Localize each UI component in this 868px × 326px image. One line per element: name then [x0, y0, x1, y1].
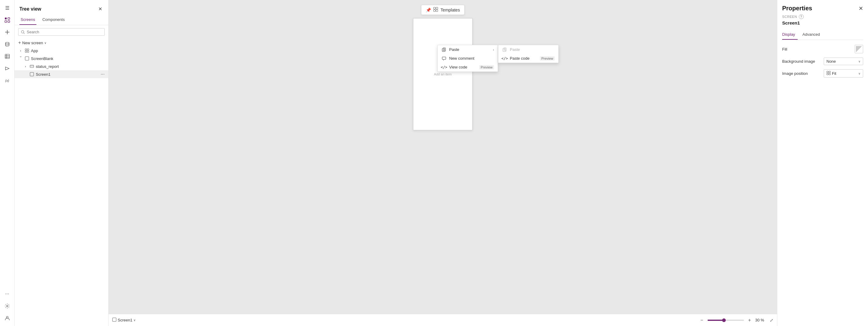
pin-icon: 📌	[426, 7, 431, 12]
main-canvas[interactable]: 📌 Templates Add an item Paste › New comm…	[108, 0, 777, 326]
svg-rect-23	[30, 72, 34, 76]
search-icon	[21, 30, 25, 34]
svg-rect-7	[5, 54, 9, 59]
search-input[interactable]	[27, 30, 102, 34]
paste-sub-item[interactable]: Paste	[498, 45, 558, 54]
status-report-icon	[29, 64, 35, 69]
view-code-menu-item[interactable]: </> View code Preview	[438, 63, 498, 71]
search-box[interactable]	[18, 28, 105, 36]
svg-rect-40	[827, 73, 828, 75]
tree-item-screen1[interactable]: Screen1 ···	[14, 70, 108, 78]
svg-rect-38	[827, 71, 828, 73]
screen-preview[interactable]: Add an item	[413, 18, 472, 130]
svg-marker-11	[5, 67, 9, 70]
zoom-plus-button[interactable]: +	[746, 317, 753, 324]
more-options-icon[interactable]: ···	[2, 288, 13, 299]
plus-icon: +	[18, 40, 21, 45]
tree-item-screenblank[interactable]: › ScreenBlank	[14, 55, 108, 62]
chevron-right-icon-2: ›	[23, 65, 28, 68]
settings-icon[interactable]	[2, 300, 13, 312]
context-menu: Paste › New comment </> View code Previe…	[437, 45, 498, 72]
svg-point-6	[5, 42, 9, 44]
svg-rect-1	[5, 21, 7, 23]
table-icon[interactable]	[2, 51, 13, 62]
templates-icon	[433, 7, 438, 13]
bottom-screen-selector[interactable]: Screen1 ∨	[112, 318, 135, 323]
zoom-controls: − + 30 % ⤢	[699, 317, 773, 324]
props-tab-advanced[interactable]: Advanced	[803, 30, 823, 40]
chevron-down-icon: ∨	[44, 41, 46, 44]
paste-code-icon: </>	[502, 56, 507, 61]
new-comment-menu-item[interactable]: New comment	[438, 54, 498, 63]
properties-title: Properties	[782, 5, 812, 12]
paste-icon	[441, 47, 447, 52]
svg-rect-21	[30, 65, 34, 68]
expand-button[interactable]: ⤢	[770, 318, 773, 323]
account-icon[interactable]	[2, 313, 13, 324]
paste-code-item[interactable]: </> Paste code Preview	[498, 54, 558, 63]
paste-arrow-icon: ›	[493, 48, 494, 52]
svg-point-13	[6, 316, 8, 318]
preview-badge: Preview	[479, 65, 494, 69]
background-image-select[interactable]: None ∨	[824, 58, 863, 65]
new-comment-label: New comment	[449, 56, 494, 61]
add-item-hint: Add an item	[434, 72, 452, 76]
variables-icon[interactable]: (x)	[2, 75, 13, 86]
paste-submenu: Paste </> Paste code Preview	[498, 45, 559, 63]
menu-icon[interactable]: ☰	[2, 2, 13, 13]
tree-body: › App › ScreenBlank › status_report	[14, 47, 108, 326]
tree-close-button[interactable]: ✕	[97, 5, 103, 13]
properties-header: Properties ✕	[782, 5, 863, 12]
properties-close-button[interactable]: ✕	[859, 5, 863, 12]
tree-title: Tree view	[20, 6, 41, 12]
background-image-value: None	[827, 59, 836, 64]
screen-label-text: SCREEN	[782, 15, 797, 19]
more-options-button[interactable]: ···	[101, 71, 105, 77]
image-position-label: Image position	[782, 71, 824, 76]
paste-sub-icon	[502, 47, 507, 52]
zoom-thumb	[722, 319, 726, 322]
image-position-value: Fit	[832, 71, 836, 76]
zoom-slider[interactable]	[708, 320, 744, 321]
templates-toolbar[interactable]: 📌 Templates	[421, 5, 465, 15]
paste-code-label: Paste code	[510, 56, 537, 61]
bottom-chevron-icon: ∨	[133, 319, 135, 322]
fill-color-swatch[interactable]	[855, 45, 863, 53]
connections-icon[interactable]	[2, 63, 13, 74]
database-icon[interactable]	[2, 39, 13, 50]
screen-type-label: SCREEN ?	[782, 14, 863, 19]
svg-point-12	[6, 305, 8, 307]
paste-label: Paste	[449, 47, 490, 52]
image-position-property-row: Image position Fit ∨	[782, 69, 863, 77]
fill-value	[855, 45, 863, 53]
svg-rect-29	[442, 48, 445, 52]
add-icon[interactable]	[2, 27, 13, 38]
properties-panel: Properties ✕ SCREEN ? Screen1 Display Ad…	[777, 0, 868, 326]
screen1-icon	[29, 71, 35, 77]
new-screen-label: New screen	[22, 41, 43, 45]
zoom-percent: 30 %	[755, 318, 767, 322]
background-image-property-row: Background image None ∨	[782, 58, 863, 65]
screenblank-label: ScreenBlank	[31, 56, 105, 61]
tree-view-icon[interactable]	[2, 14, 13, 26]
tab-components[interactable]: Components	[41, 15, 66, 25]
svg-rect-16	[25, 49, 27, 50]
svg-rect-18	[25, 51, 27, 53]
tab-screens[interactable]: Screens	[20, 15, 36, 25]
zoom-minus-button[interactable]: −	[699, 317, 705, 324]
image-position-select[interactable]: Fit ∨	[824, 69, 863, 77]
tree-item-app[interactable]: › App	[14, 47, 108, 55]
paste-code-preview-badge: Preview	[540, 56, 555, 61]
props-tab-display[interactable]: Display	[782, 30, 798, 40]
tree-item-status-report[interactable]: › status_report	[14, 62, 108, 70]
paste-sub-label: Paste	[510, 47, 555, 52]
new-screen-button[interactable]: + New screen ∨	[14, 39, 108, 47]
svg-point-14	[21, 30, 24, 33]
app-label: App	[31, 48, 105, 53]
paste-menu-item[interactable]: Paste ›	[438, 45, 498, 54]
code-icon: </>	[441, 65, 447, 69]
help-icon[interactable]: ?	[799, 14, 804, 19]
properties-screen-name: Screen1	[782, 20, 863, 26]
image-position-chevron-icon: ∨	[858, 72, 860, 75]
svg-rect-41	[829, 73, 830, 75]
